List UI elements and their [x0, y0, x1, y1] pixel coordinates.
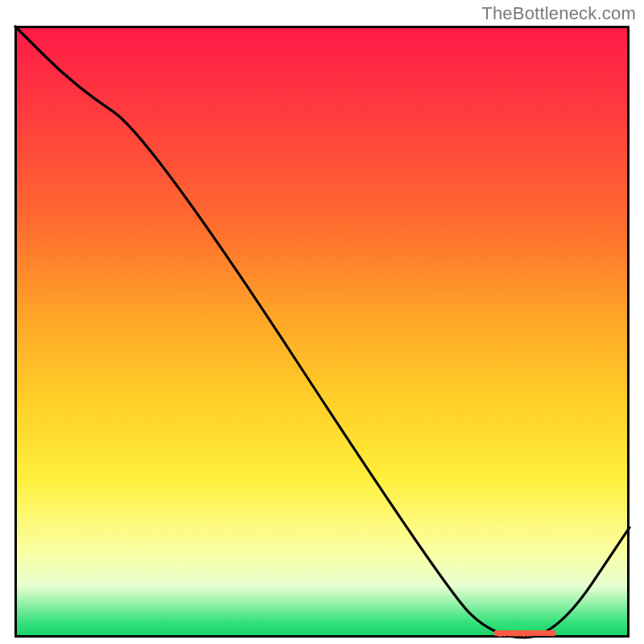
chart-container: { "attribution": "TheBottleneck.com", "m… [0, 0, 644, 644]
optimum-label: OPTIMUM [497, 630, 533, 638]
bottleneck-curve [14, 26, 630, 638]
source-attribution: TheBottleneck.com [481, 3, 636, 24]
curve-path [14, 26, 630, 638]
